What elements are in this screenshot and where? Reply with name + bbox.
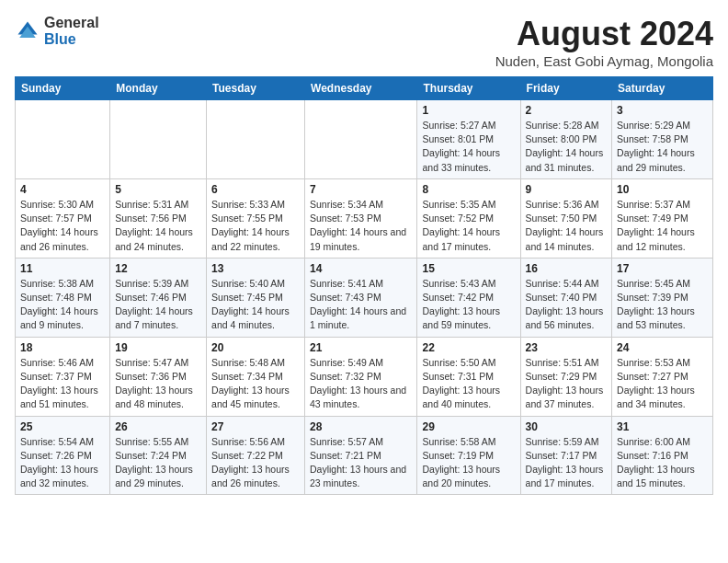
day-of-week-header: Friday: [520, 77, 611, 100]
calendar-cell: 5Sunrise: 5:31 AM Sunset: 7:56 PM Daylig…: [110, 178, 207, 258]
day-detail: Sunrise: 5:31 AM Sunset: 7:56 PM Dayligh…: [115, 198, 201, 254]
day-detail: Sunrise: 5:56 AM Sunset: 7:22 PM Dayligh…: [211, 435, 300, 491]
day-detail: Sunrise: 5:40 AM Sunset: 7:45 PM Dayligh…: [211, 277, 300, 333]
day-of-week-header: Tuesday: [207, 77, 305, 100]
calendar-cell: 19Sunrise: 5:47 AM Sunset: 7:36 PM Dayli…: [110, 337, 207, 416]
calendar-cell: 16Sunrise: 5:44 AM Sunset: 7:40 PM Dayli…: [520, 258, 611, 337]
logo-icon: [15, 18, 40, 44]
calendar-cell: 20Sunrise: 5:48 AM Sunset: 7:34 PM Dayli…: [207, 337, 305, 416]
day-number: 29: [422, 420, 515, 433]
day-detail: Sunrise: 5:36 AM Sunset: 7:50 PM Dayligh…: [526, 198, 607, 254]
day-detail: Sunrise: 6:00 AM Sunset: 7:16 PM Dayligh…: [617, 435, 708, 491]
calendar-cell: 12Sunrise: 5:39 AM Sunset: 7:46 PM Dayli…: [110, 258, 207, 337]
calendar-week-row: 11Sunrise: 5:38 AM Sunset: 7:48 PM Dayli…: [16, 258, 713, 337]
day-number: 27: [211, 420, 300, 433]
day-of-week-header: Saturday: [612, 77, 713, 100]
day-number: 12: [115, 262, 201, 275]
day-number: 25: [20, 420, 105, 433]
logo-blue-text: Blue: [44, 31, 99, 48]
calendar-table: SundayMondayTuesdayWednesdayThursdayFrid…: [15, 76, 713, 495]
day-number: 5: [115, 183, 201, 196]
day-detail: Sunrise: 5:54 AM Sunset: 7:26 PM Dayligh…: [20, 435, 105, 491]
day-of-week-header: Monday: [110, 77, 207, 100]
day-detail: Sunrise: 5:38 AM Sunset: 7:48 PM Dayligh…: [20, 277, 105, 333]
day-number: 8: [422, 183, 515, 196]
calendar-cell: 24Sunrise: 5:53 AM Sunset: 7:27 PM Dayli…: [612, 337, 713, 416]
day-detail: Sunrise: 5:43 AM Sunset: 7:42 PM Dayligh…: [422, 277, 515, 333]
calendar-cell: [207, 100, 305, 179]
calendar-title: August 2024: [495, 15, 713, 53]
day-detail: Sunrise: 5:27 AM Sunset: 8:01 PM Dayligh…: [422, 119, 515, 175]
day-detail: Sunrise: 5:58 AM Sunset: 7:19 PM Dayligh…: [422, 435, 515, 491]
calendar-cell: 10Sunrise: 5:37 AM Sunset: 7:49 PM Dayli…: [612, 178, 713, 258]
day-number: 17: [617, 262, 708, 275]
calendar-cell: 14Sunrise: 5:41 AM Sunset: 7:43 PM Dayli…: [305, 258, 417, 337]
day-number: 31: [617, 420, 708, 433]
calendar-cell: 9Sunrise: 5:36 AM Sunset: 7:50 PM Daylig…: [520, 178, 611, 258]
day-number: 13: [211, 262, 300, 275]
day-detail: Sunrise: 5:48 AM Sunset: 7:34 PM Dayligh…: [211, 356, 300, 412]
day-number: 15: [422, 262, 515, 275]
calendar-cell: 15Sunrise: 5:43 AM Sunset: 7:42 PM Dayli…: [417, 258, 520, 337]
calendar-cell: 29Sunrise: 5:58 AM Sunset: 7:19 PM Dayli…: [417, 416, 520, 495]
day-number: 11: [20, 262, 105, 275]
day-detail: Sunrise: 5:35 AM Sunset: 7:52 PM Dayligh…: [422, 198, 515, 254]
day-number: 19: [115, 341, 201, 354]
day-number: 16: [526, 262, 607, 275]
logo-general-text: General: [44, 15, 99, 31]
calendar-cell: 26Sunrise: 5:55 AM Sunset: 7:24 PM Dayli…: [110, 416, 207, 495]
calendar-cell: 28Sunrise: 5:57 AM Sunset: 7:21 PM Dayli…: [305, 416, 417, 495]
day-detail: Sunrise: 5:30 AM Sunset: 7:57 PM Dayligh…: [20, 198, 105, 254]
day-number: 30: [526, 420, 607, 433]
day-detail: Sunrise: 5:51 AM Sunset: 7:29 PM Dayligh…: [526, 356, 607, 412]
day-detail: Sunrise: 5:37 AM Sunset: 7:49 PM Dayligh…: [617, 198, 708, 254]
day-detail: Sunrise: 5:55 AM Sunset: 7:24 PM Dayligh…: [115, 435, 201, 491]
calendar-cell: 30Sunrise: 5:59 AM Sunset: 7:17 PM Dayli…: [520, 416, 611, 495]
calendar-cell: 31Sunrise: 6:00 AM Sunset: 7:16 PM Dayli…: [612, 416, 713, 495]
day-detail: Sunrise: 5:33 AM Sunset: 7:55 PM Dayligh…: [211, 198, 300, 254]
day-detail: Sunrise: 5:57 AM Sunset: 7:21 PM Dayligh…: [310, 435, 412, 491]
calendar-week-row: 18Sunrise: 5:46 AM Sunset: 7:37 PM Dayli…: [16, 337, 713, 416]
day-detail: Sunrise: 5:49 AM Sunset: 7:32 PM Dayligh…: [310, 356, 412, 412]
logo: General Blue: [15, 15, 99, 47]
calendar-week-row: 25Sunrise: 5:54 AM Sunset: 7:26 PM Dayli…: [16, 416, 713, 495]
day-number: 3: [617, 104, 708, 117]
day-detail: Sunrise: 5:39 AM Sunset: 7:46 PM Dayligh…: [115, 277, 201, 333]
day-detail: Sunrise: 5:50 AM Sunset: 7:31 PM Dayligh…: [422, 356, 515, 412]
day-detail: Sunrise: 5:28 AM Sunset: 8:00 PM Dayligh…: [526, 119, 607, 175]
day-number: 7: [310, 183, 412, 196]
day-detail: Sunrise: 5:47 AM Sunset: 7:36 PM Dayligh…: [115, 356, 201, 412]
page-header: General Blue August 2024 Nuden, East Gob…: [15, 15, 713, 69]
day-number: 14: [310, 262, 412, 275]
days-of-week-row: SundayMondayTuesdayWednesdayThursdayFrid…: [16, 77, 713, 100]
calendar-cell: 8Sunrise: 5:35 AM Sunset: 7:52 PM Daylig…: [417, 178, 520, 258]
day-detail: Sunrise: 5:45 AM Sunset: 7:39 PM Dayligh…: [617, 277, 708, 333]
day-detail: Sunrise: 5:44 AM Sunset: 7:40 PM Dayligh…: [526, 277, 607, 333]
day-number: 22: [422, 341, 515, 354]
day-detail: Sunrise: 5:29 AM Sunset: 7:58 PM Dayligh…: [617, 119, 708, 175]
day-detail: Sunrise: 5:59 AM Sunset: 7:17 PM Dayligh…: [526, 435, 607, 491]
calendar-cell: [16, 100, 110, 179]
day-number: 21: [310, 341, 412, 354]
day-of-week-header: Wednesday: [305, 77, 417, 100]
calendar-cell: 13Sunrise: 5:40 AM Sunset: 7:45 PM Dayli…: [207, 258, 305, 337]
day-detail: Sunrise: 5:34 AM Sunset: 7:53 PM Dayligh…: [310, 198, 412, 254]
calendar-week-row: 1Sunrise: 5:27 AM Sunset: 8:01 PM Daylig…: [16, 100, 713, 179]
calendar-cell: 11Sunrise: 5:38 AM Sunset: 7:48 PM Dayli…: [16, 258, 110, 337]
calendar-cell: 7Sunrise: 5:34 AM Sunset: 7:53 PM Daylig…: [305, 178, 417, 258]
title-area: August 2024 Nuden, East Gobi Aymag, Mong…: [495, 15, 713, 69]
day-number: 26: [115, 420, 201, 433]
day-number: 20: [211, 341, 300, 354]
day-number: 10: [617, 183, 708, 196]
day-of-week-header: Thursday: [417, 77, 520, 100]
day-number: 18: [20, 341, 105, 354]
calendar-cell: 6Sunrise: 5:33 AM Sunset: 7:55 PM Daylig…: [207, 178, 305, 258]
day-detail: Sunrise: 5:46 AM Sunset: 7:37 PM Dayligh…: [20, 356, 105, 412]
day-number: 23: [526, 341, 607, 354]
day-number: 1: [422, 104, 515, 117]
day-number: 4: [20, 183, 105, 196]
calendar-cell: [110, 100, 207, 179]
day-detail: Sunrise: 5:53 AM Sunset: 7:27 PM Dayligh…: [617, 356, 708, 412]
day-number: 9: [526, 183, 607, 196]
calendar-cell: 4Sunrise: 5:30 AM Sunset: 7:57 PM Daylig…: [16, 178, 110, 258]
